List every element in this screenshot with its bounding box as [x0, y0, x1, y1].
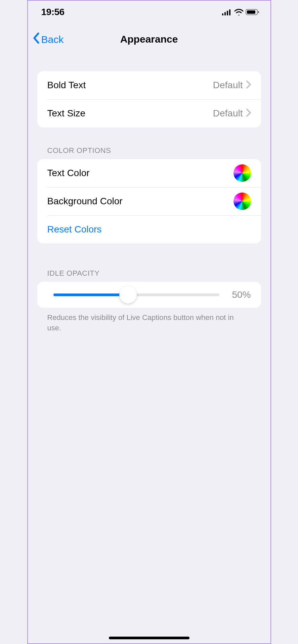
svg-rect-6	[258, 11, 259, 13]
reset-colors-row[interactable]: Reset Colors	[37, 215, 261, 244]
chevron-right-icon	[246, 109, 251, 118]
nav-bar: Back Appearance	[28, 28, 270, 51]
row-label: Background Color	[47, 196, 233, 207]
idle-opacity-header: IDLE OPACITY	[47, 269, 261, 278]
text-color-row[interactable]: Text Color	[37, 159, 261, 187]
home-indicator[interactable]	[109, 637, 189, 639]
slider-fill	[53, 293, 128, 296]
svg-rect-1	[224, 12, 226, 15]
svg-rect-2	[227, 11, 228, 15]
color-wheel-icon	[233, 193, 251, 210]
row-label: Text Color	[47, 168, 233, 178]
opacity-value: 50%	[227, 289, 251, 300]
row-value: Default	[213, 108, 243, 119]
back-button[interactable]: Back	[33, 33, 64, 46]
svg-rect-0	[222, 13, 223, 15]
text-size-row[interactable]: Text Size Default	[37, 99, 261, 127]
back-label: Back	[41, 34, 64, 45]
cellular-icon	[222, 9, 232, 15]
bold-text-row[interactable]: Bold Text Default	[37, 71, 261, 99]
color-wheel-icon	[233, 164, 251, 182]
status-icons	[222, 9, 260, 15]
background-color-row[interactable]: Background Color	[37, 187, 261, 215]
slider-thumb[interactable]	[119, 286, 137, 304]
svg-rect-3	[229, 9, 230, 15]
status-bar: 19:56	[28, 1, 270, 21]
row-label: Text Size	[47, 108, 213, 119]
chevron-right-icon	[246, 80, 251, 90]
opacity-slider-row: 50%	[37, 282, 261, 308]
status-time: 19:56	[41, 7, 65, 17]
text-settings-group: Bold Text Default Text Size Default	[37, 71, 261, 127]
wifi-icon	[234, 9, 244, 15]
color-options-group: Text Color Background Color Reset Colors	[37, 159, 261, 244]
reset-colors-button[interactable]: Reset Colors	[47, 224, 102, 235]
svg-rect-5	[247, 10, 255, 14]
idle-opacity-group: 50%	[37, 282, 261, 308]
row-value: Default	[213, 80, 243, 91]
opacity-slider[interactable]	[53, 293, 219, 296]
page-title: Appearance	[120, 34, 178, 45]
chevron-left-icon	[33, 33, 40, 46]
color-options-header: COLOR OPTIONS	[47, 146, 261, 155]
row-label: Bold Text	[47, 80, 213, 91]
idle-opacity-footer: Reduces the visibility of Live Captions …	[47, 313, 249, 333]
battery-icon	[246, 9, 260, 15]
